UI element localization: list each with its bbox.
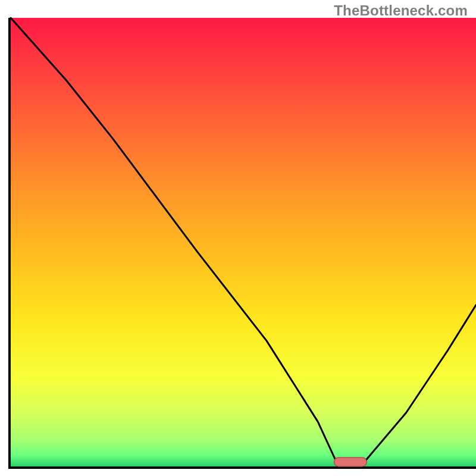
chart-stage: TheBottleneck.com [0, 0, 476, 476]
minimum-marker [334, 458, 367, 466]
bottom-border [8, 466, 476, 469]
bottleneck-chart [0, 0, 476, 476]
left-border [8, 18, 11, 469]
gradient-background [11, 18, 476, 466]
